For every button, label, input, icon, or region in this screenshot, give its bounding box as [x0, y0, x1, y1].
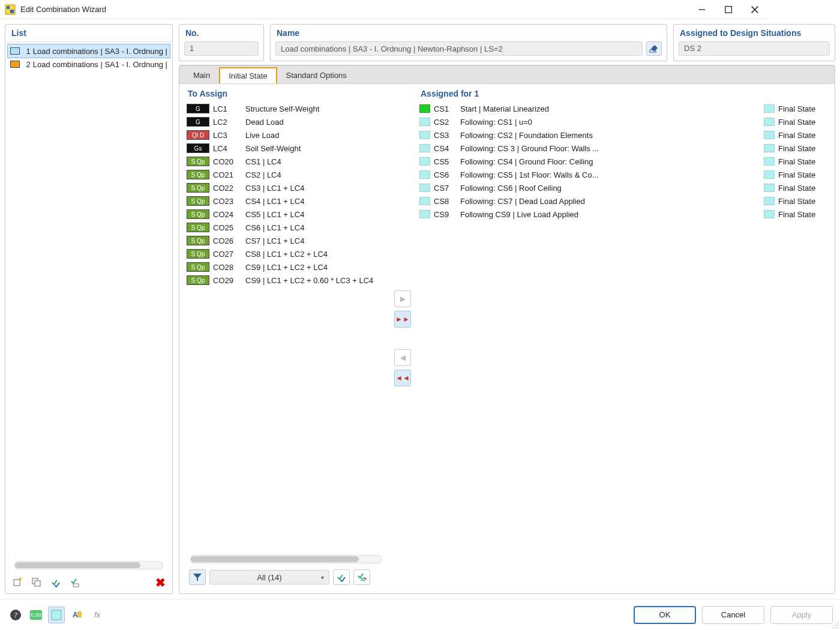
assigned-row[interactable]: CS3Following: CS2 | Foundation ElementsF… — [417, 128, 768, 142]
to-assign-row[interactable]: GLC1Structure Self-Weight — [184, 102, 388, 115]
row-tag: QI D — [187, 130, 209, 140]
list-item[interactable]: 1Load combinations | SA3 - I. Ordnung | — [8, 44, 170, 58]
check-all-button[interactable] — [333, 569, 350, 576]
to-assign-row[interactable]: S QpCO20CS1 | LC4 — [184, 155, 388, 168]
close-button[interactable] — [742, 0, 768, 19]
ds-input[interactable]: DS 2 — [679, 41, 768, 56]
row-tag: S Qp — [187, 262, 209, 272]
list-rows: 1Load combinations | SA3 - I. Ordnung |2… — [5, 42, 172, 561]
assigned-header: Assigned for 1 — [417, 88, 768, 102]
list-toolbar: ✖ — [5, 572, 172, 576]
row-code: LC3 — [213, 131, 245, 140]
move-right-button[interactable]: ▶ — [394, 290, 411, 307]
name-label: Name — [271, 25, 667, 41]
row-code: CS9 — [434, 210, 460, 219]
row-desc: CS1 | LC4 — [245, 157, 386, 166]
assigned-row[interactable]: CS7Following: CS6 | Roof CeilingFinal St… — [417, 181, 768, 194]
to-assign-list[interactable]: GLC1Structure Self-WeightGLC2Dead LoadQI… — [184, 102, 388, 553]
row-desc: Live Load — [245, 131, 386, 140]
move-all-right-button[interactable]: ►► — [394, 311, 411, 328]
filter-dropdown[interactable]: All (14) ▾ — [209, 570, 329, 576]
to-assign-row[interactable]: S QpCO21CS2 | LC4 — [184, 168, 388, 181]
row-desc: CS5 | LC1 + LC4 — [245, 210, 386, 219]
uncheck-all-button[interactable] — [353, 569, 370, 576]
row-tag: Gs — [187, 143, 209, 153]
row-desc: Following CS9 | Live Load Applied — [460, 210, 758, 219]
to-assign-h-scroll[interactable] — [190, 555, 382, 563]
window-title: Edit Combination Wizard — [20, 5, 689, 14]
assigned-row[interactable]: CS6Following: CS5 | 1st Floor: Walls & C… — [417, 168, 768, 181]
row-tag: S Qp — [187, 275, 209, 285]
tab-initial-state[interactable]: Initial State — [219, 67, 277, 83]
minimize-button[interactable] — [689, 0, 715, 19]
row-desc: CS9 | LC1 + LC2 + LC4 — [245, 263, 386, 272]
assigned-row[interactable]: CS5Following: CS4 | Ground Floor: Ceilin… — [417, 155, 768, 168]
to-assign-row[interactable]: S QpCO29CS9 | LC1 + LC2 + 0.60 * LC3 + L… — [184, 274, 388, 287]
tab-main[interactable]: Main — [184, 67, 219, 83]
final-state-swatch — [764, 131, 768, 139]
list-item-label: Load combinations | SA1 - I. Ordnung | — [33, 60, 167, 69]
svg-rect-4 — [725, 6, 732, 13]
assigned-row[interactable]: CS1Start | Material LinearizedFinal Stat… — [417, 102, 768, 115]
row-desc: CS3 | LC1 + LC4 — [245, 184, 386, 193]
row-code: CO28 — [213, 263, 245, 272]
name-input[interactable]: Load combinations | SA3 - I. Ordnung | N… — [275, 41, 643, 56]
row-desc: Structure Self-Weight — [245, 104, 386, 113]
row-swatch — [419, 104, 430, 113]
row-tag: G — [187, 104, 209, 113]
row-swatch — [419, 210, 430, 218]
row-desc: Following: CS5 | 1st Floor: Walls & Co..… — [460, 170, 758, 179]
select-all-button[interactable] — [47, 574, 64, 576]
row-desc: CS2 | LC4 — [245, 170, 386, 179]
to-assign-row[interactable]: GsLC4Soil Self-Weight — [184, 142, 388, 155]
assigned-row[interactable]: CS2Following: CS1 | u=0Final State — [417, 115, 768, 128]
no-input[interactable]: 1 — [184, 41, 259, 56]
filter-icon[interactable] — [189, 569, 206, 576]
row-desc: Start | Material Linearized — [460, 104, 758, 113]
move-all-left-button[interactable]: ◄◄ — [394, 370, 411, 386]
row-desc: Following: CS2 | Foundation Elements — [460, 131, 758, 140]
row-code: LC2 — [213, 118, 245, 127]
row-code: CO20 — [213, 157, 245, 166]
final-state-swatch — [764, 157, 768, 166]
copy-item-button[interactable] — [28, 574, 45, 576]
row-desc: CS6 | LC1 + LC4 — [245, 223, 386, 232]
to-assign-row[interactable]: S QpCO23CS4 | LC1 + LC4 — [184, 194, 388, 208]
list-item-swatch — [10, 47, 20, 55]
row-desc: CS8 | LC1 + LC2 + LC4 — [245, 250, 386, 259]
new-item-button[interactable] — [9, 574, 26, 576]
chevron-down-icon: ▾ — [321, 574, 324, 577]
tab-standard-options[interactable]: Standard Options — [277, 67, 356, 83]
to-assign-row[interactable]: S QpCO25CS6 | LC1 + LC4 — [184, 221, 388, 234]
row-code: CS7 — [434, 184, 460, 193]
assigned-list[interactable]: CS1Start | Material LinearizedFinal Stat… — [417, 102, 768, 576]
to-assign-row[interactable]: S QpCO26CS7 | LC1 + LC4 — [184, 234, 388, 247]
list-h-scroll[interactable] — [14, 561, 163, 569]
deselect-all-button[interactable] — [67, 574, 83, 576]
filter-bar: All (14) ▾ — [184, 566, 388, 576]
list-item[interactable]: 2Load combinations | SA1 - I. Ordnung | — [8, 58, 170, 71]
delete-item-button[interactable]: ✖ — [152, 574, 169, 576]
to-assign-row[interactable]: S QpCO22CS3 | LC1 + LC4 — [184, 181, 388, 194]
svg-rect-1 — [7, 6, 10, 9]
row-code: CS6 — [434, 170, 460, 179]
to-assign-header: To Assign — [184, 88, 388, 102]
to-assign-row[interactable]: GLC2Dead Load — [184, 115, 388, 128]
to-assign-row[interactable]: QI DLC3Live Load — [184, 128, 388, 142]
list-item-num: 1 — [25, 47, 31, 56]
assigned-row[interactable]: CS4Following: CS 3 | Ground Floor: Walls… — [417, 142, 768, 155]
svg-rect-2 — [10, 10, 14, 13]
row-code: CO21 — [213, 170, 245, 179]
assigned-row[interactable]: CS8Following: CS7 | Dead Load AppliedFin… — [417, 194, 768, 208]
move-left-button[interactable]: ◀ — [394, 349, 411, 366]
to-assign-row[interactable]: S QpCO24CS5 | LC1 + LC4 — [184, 208, 388, 221]
edit-name-button[interactable] — [646, 41, 662, 56]
to-assign-row[interactable]: S QpCO27CS8 | LC1 + LC2 + LC4 — [184, 247, 388, 260]
row-code: CO23 — [213, 197, 245, 206]
assigned-row[interactable]: CS9Following CS9 | Live Load AppliedFina… — [417, 208, 768, 221]
row-tag: S Qp — [187, 183, 209, 193]
row-desc: Dead Load — [245, 118, 386, 127]
list-panel: List 1Load combinations | SA3 - I. Ordnu… — [5, 24, 173, 576]
to-assign-row[interactable]: S QpCO28CS9 | LC1 + LC2 + LC4 — [184, 260, 388, 274]
maximize-button[interactable] — [715, 0, 742, 19]
